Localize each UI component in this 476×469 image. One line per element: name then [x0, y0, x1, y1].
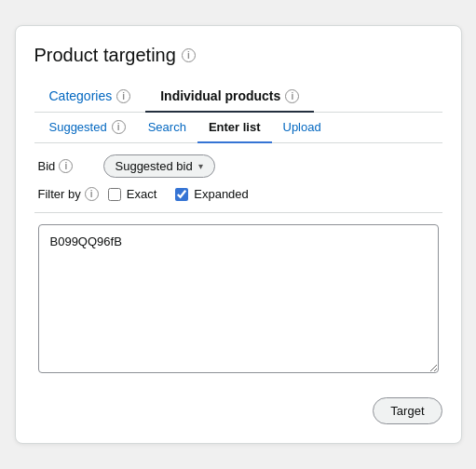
page-title-row: Product targeting i — [34, 45, 442, 66]
page-title-info-icon[interactable]: i — [182, 48, 196, 62]
filter-exact-checkbox[interactable] — [108, 188, 121, 201]
page-title: Product targeting — [34, 45, 176, 66]
filter-expanded-option[interactable]: Expanded — [175, 187, 249, 201]
suggested-info-icon[interactable]: i — [112, 120, 126, 134]
target-button[interactable]: Target — [373, 397, 442, 424]
textarea-section: B099QQ96fB — [34, 213, 442, 388]
individual-products-info-icon[interactable]: i — [285, 89, 299, 103]
bid-row: Bid i Suggested bid ▾ — [38, 154, 439, 178]
filter-label: Filter by i — [38, 187, 99, 201]
bid-dropdown[interactable]: Suggested bid ▾ — [103, 154, 215, 178]
product-list-textarea[interactable]: B099QQ96fB — [38, 224, 439, 373]
filter-expanded-checkbox[interactable] — [175, 188, 188, 201]
tab-upload[interactable]: Upload — [272, 113, 333, 143]
bid-info-icon[interactable]: i — [59, 159, 73, 173]
tab-suggested[interactable]: Suggested i — [38, 113, 137, 143]
filter-options: Exact Expanded — [108, 187, 249, 201]
button-row: Target — [34, 397, 442, 424]
tab-enter-list[interactable]: Enter list — [197, 113, 272, 143]
secondary-tabs: Suggested i Search Enter list Upload — [34, 113, 442, 143]
bid-label: Bid i — [38, 159, 94, 173]
tab-categories[interactable]: Categories i — [34, 81, 146, 113]
bid-filter-section: Bid i Suggested bid ▾ Filter by i Exact — [34, 143, 442, 213]
filter-exact-option[interactable]: Exact — [108, 187, 157, 201]
tab-individual-products[interactable]: Individual products i — [145, 81, 314, 113]
tab-search[interactable]: Search — [137, 113, 197, 143]
product-targeting-card: Product targeting i Categories i Individ… — [15, 25, 462, 444]
bid-dropdown-chevron-icon: ▾ — [198, 161, 203, 171]
categories-info-icon[interactable]: i — [116, 89, 130, 103]
filter-info-icon[interactable]: i — [85, 187, 99, 201]
primary-tabs: Categories i Individual products i — [34, 81, 442, 113]
filter-row: Filter by i Exact Expanded — [38, 187, 439, 201]
